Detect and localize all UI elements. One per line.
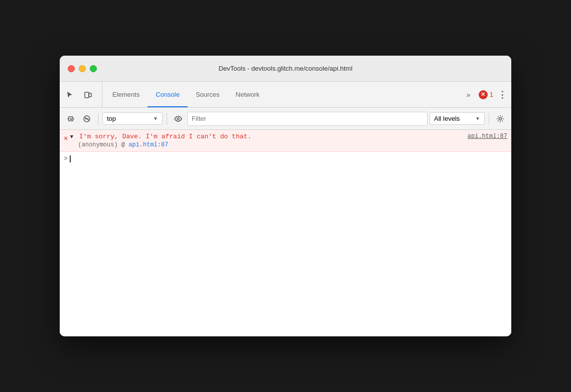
tab-sources[interactable]: Sources <box>188 82 228 107</box>
error-message-container: ▼ I'm sorry, Dave. I'm afraid I can't do… <box>70 133 251 140</box>
expand-triangle-icon[interactable]: ▼ <box>70 134 73 140</box>
tab-bar-tools <box>62 82 102 107</box>
error-icon: ✕ <box>64 134 68 142</box>
error-count-icon: ✕ <box>479 90 488 99</box>
tab-elements[interactable]: Elements <box>104 82 148 107</box>
error-content: ▼ I'm sorry, Dave. I'm afraid I can't do… <box>70 133 507 148</box>
error-badge: ✕ 1 <box>479 90 493 99</box>
error-main-line: ▼ I'm sorry, Dave. I'm afraid I can't do… <box>70 133 507 140</box>
title-bar: DevTools - devtools.glitch.me/console/ap… <box>60 56 511 82</box>
device-icon <box>84 91 92 99</box>
device-toggle-button[interactable] <box>80 87 96 103</box>
clear-console-button[interactable] <box>80 112 94 126</box>
error-source-link[interactable]: api.html:87 <box>468 133 507 140</box>
context-dropdown-arrow: ▼ <box>153 116 158 121</box>
eye-button[interactable] <box>171 112 185 126</box>
settings-button[interactable] <box>493 112 507 126</box>
more-menu-button[interactable]: ⋮ <box>495 88 509 102</box>
toolbar-divider-1 <box>98 113 98 125</box>
svg-rect-0 <box>85 92 89 98</box>
tab-items: Elements Console Sources Network <box>104 82 457 107</box>
maximize-button[interactable] <box>90 65 97 72</box>
filter-input[interactable] <box>187 112 427 126</box>
window-title: DevTools - devtools.glitch.me/console/ap… <box>219 65 353 72</box>
error-count: 1 <box>490 91 493 98</box>
levels-select[interactable]: All levels ▼ <box>430 112 485 125</box>
svg-point-8 <box>499 117 502 120</box>
svg-rect-1 <box>89 93 91 97</box>
error-message-text: I'm sorry, Dave. I'm afraid I can't do t… <box>79 133 251 140</box>
tab-bar: Elements Console Sources Network » ✕ 1 ⋮ <box>60 82 511 108</box>
console-input-row: > <box>60 152 511 165</box>
error-stack-trace: (anonymous) @ api.html:87 <box>70 141 507 148</box>
traffic-lights <box>68 65 97 72</box>
context-select[interactable]: top ▼ <box>102 112 163 125</box>
stack-source-link[interactable]: api.html:87 <box>128 141 168 148</box>
svg-marker-3 <box>70 118 72 120</box>
devtools-window: DevTools - devtools.glitch.me/console/ap… <box>60 56 511 336</box>
minimize-button[interactable] <box>79 65 86 72</box>
levels-dropdown-arrow: ▼ <box>475 116 480 121</box>
tab-network[interactable]: Network <box>228 82 268 107</box>
close-button[interactable] <box>68 65 75 72</box>
gear-icon <box>496 115 504 123</box>
eye-icon <box>174 115 182 123</box>
svg-point-7 <box>177 118 179 120</box>
tab-console[interactable]: Console <box>148 82 188 107</box>
console-cursor <box>70 155 71 162</box>
console-toolbar: top ▼ All levels ▼ <box>60 108 511 130</box>
toolbar-divider-2 <box>167 113 167 125</box>
error-x-mark: ✕ <box>481 91 485 98</box>
cursor-icon <box>66 91 74 99</box>
clear-icon <box>83 115 91 123</box>
toolbar-divider-3 <box>489 113 489 125</box>
error-log-row: ✕ ▼ I'm sorry, Dave. I'm afraid I can't … <box>60 130 511 152</box>
expand-button[interactable] <box>64 112 78 126</box>
tab-bar-right: » ✕ 1 ⋮ <box>457 82 509 107</box>
cursor-tool-button[interactable] <box>62 87 78 103</box>
stack-anonymous-text: (anonymous) @ <box>78 141 128 148</box>
console-prompt: > <box>64 155 68 162</box>
expand-icon <box>67 115 75 123</box>
more-tabs-button[interactable]: » <box>461 87 477 103</box>
console-content: ✕ ▼ I'm sorry, Dave. I'm afraid I can't … <box>60 130 511 336</box>
